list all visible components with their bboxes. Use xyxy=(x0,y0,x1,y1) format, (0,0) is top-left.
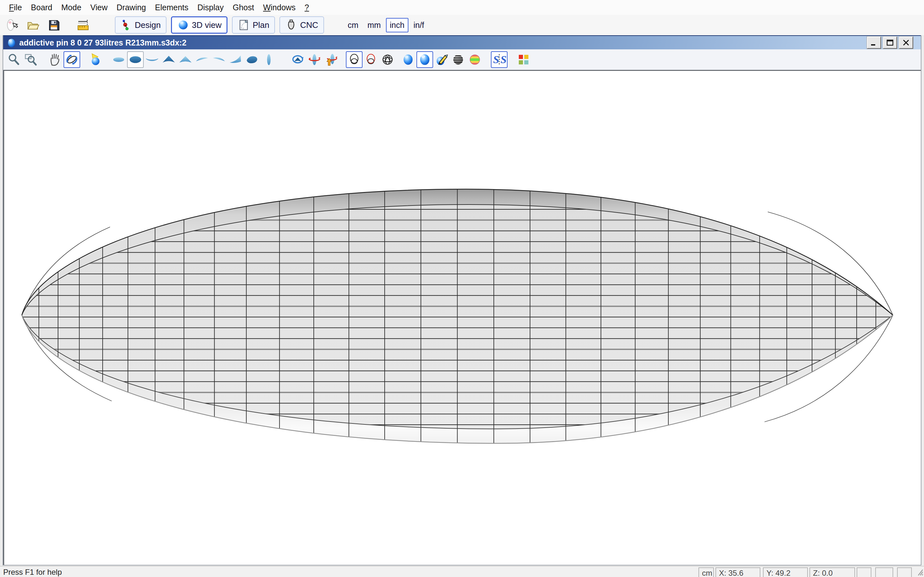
close-icon xyxy=(902,39,910,46)
rotate-3d-icon[interactable] xyxy=(63,51,80,68)
unit-mm[interactable]: mm xyxy=(363,18,384,32)
zoom-icon[interactable] xyxy=(6,51,23,68)
outline-ellipse-icon[interactable] xyxy=(127,51,144,68)
minimize-button[interactable] xyxy=(867,37,881,49)
rocker-thin-icon[interactable] xyxy=(144,51,160,68)
save-disk-icon xyxy=(47,18,61,32)
dimensions-ruler-icon xyxy=(76,18,90,32)
cnc-button-label: CNC xyxy=(300,20,318,30)
new-button[interactable] xyxy=(5,17,21,33)
thickness-icon[interactable] xyxy=(177,51,194,68)
svg-text:S: S xyxy=(501,53,506,65)
3d-view-button-label: 3D view xyxy=(192,20,221,30)
sphere-shaded-icon[interactable] xyxy=(417,51,433,68)
menu-item-drawing[interactable]: Drawing xyxy=(112,2,150,13)
rail-right-icon[interactable] xyxy=(210,51,227,68)
pan-hand-icon[interactable] xyxy=(47,51,63,68)
status-y: Y: 49.2 xyxy=(763,567,808,577)
unit-cm[interactable]: cm xyxy=(344,18,362,32)
viewport-3d[interactable] xyxy=(3,70,921,565)
blue-sphere-icon xyxy=(177,19,189,31)
spin-horizontal-icon[interactable] xyxy=(306,51,323,68)
wireframe-globe-icon[interactable] xyxy=(379,51,396,68)
maximize-button[interactable] xyxy=(883,37,897,49)
rocker-profile-icon[interactable] xyxy=(227,51,244,68)
unit-inch[interactable]: inch xyxy=(386,18,409,32)
menu-item-display[interactable]: Display xyxy=(193,2,228,13)
flip-rotate-icon[interactable] xyxy=(289,51,306,68)
menu-item-ghost[interactable]: Ghost xyxy=(228,2,258,13)
menu-bar: FileBoardModeViewDrawingElementsDisplayG… xyxy=(0,0,924,15)
wireframe-black-icon[interactable] xyxy=(346,51,363,68)
menu-item-board[interactable]: Board xyxy=(26,2,57,13)
document-titlebar: addictive pin 8 0 27 93litres R213mm.s3d… xyxy=(3,35,921,49)
design-button[interactable]: Design xyxy=(115,16,166,34)
sphere-bands-icon[interactable] xyxy=(450,51,467,68)
symmetry-icon[interactable]: S S xyxy=(491,51,507,68)
3d-view-button[interactable]: 3D view xyxy=(171,16,228,34)
dimensions-button[interactable] xyxy=(75,17,92,33)
open-folder-icon xyxy=(26,18,40,32)
status-extra-1 xyxy=(857,567,871,577)
status-extra-3 xyxy=(897,567,912,577)
document-window: addictive pin 8 0 27 93litres R213mm.s3d… xyxy=(3,35,921,566)
zoom-window-icon[interactable] xyxy=(23,51,39,68)
plan-shape-icon[interactable] xyxy=(244,51,260,68)
open-button[interactable] xyxy=(24,17,41,33)
sphere-texture-icon[interactable] xyxy=(433,51,450,68)
thickness-dark-icon[interactable] xyxy=(160,51,177,68)
document-title: addictive pin 8 0 27 93litres R213mm.s3d… xyxy=(19,38,865,47)
status-bar: Press F1 for help cmX: 35.6Y: 49.2Z: 0.0 xyxy=(0,566,924,577)
maximize-icon xyxy=(886,39,894,46)
sphere-curvature-icon[interactable] xyxy=(467,51,483,68)
main-toolbar: Design 3D view Plan CNC cmmminchin/f xyxy=(0,15,924,35)
menu-item-windows[interactable]: Windows xyxy=(258,2,300,13)
profile-vertical-icon[interactable] xyxy=(260,51,277,68)
menu-item-q[interactable]: ? xyxy=(300,2,313,13)
outline-top-icon[interactable] xyxy=(110,51,127,68)
view-toolbar: S S xyxy=(3,49,921,70)
menu-item-elements[interactable]: Elements xyxy=(150,2,193,13)
status-help-text: Press F1 for help xyxy=(3,568,62,577)
menu-item-view[interactable]: View xyxy=(86,2,112,13)
status-unit: cm xyxy=(698,567,714,577)
svg-text:S: S xyxy=(493,53,499,65)
plan-document-icon xyxy=(238,19,250,31)
rail-left-icon[interactable] xyxy=(194,51,210,68)
status-z: Z: 0.0 xyxy=(809,567,855,577)
close-button[interactable] xyxy=(899,37,913,49)
menu-item-mode[interactable]: Mode xyxy=(57,2,86,13)
save-button[interactable] xyxy=(45,17,62,33)
plan-button-label: Plan xyxy=(252,20,269,30)
cnc-bit-icon xyxy=(285,19,297,31)
design-button-label: Design xyxy=(135,20,161,30)
sphere-render-icon[interactable] xyxy=(400,51,417,68)
unit-in-f[interactable]: in/f xyxy=(410,18,428,32)
new-board-icon xyxy=(6,18,20,32)
minimize-icon xyxy=(870,39,878,46)
plan-button[interactable]: Plan xyxy=(232,16,275,34)
spin-vertical-icon[interactable] xyxy=(323,51,339,68)
status-extra-2 xyxy=(875,567,893,577)
document-icon xyxy=(6,37,17,48)
wireframe-red-icon[interactable] xyxy=(363,51,379,68)
status-x: X: 35.6 xyxy=(716,567,760,577)
resize-grip-icon[interactable] xyxy=(916,568,923,576)
spotlight-icon[interactable] xyxy=(87,51,103,68)
color-squares-icon[interactable] xyxy=(515,51,532,68)
design-nodes-icon xyxy=(121,19,132,31)
surfboard-3d-model xyxy=(4,71,920,564)
menu-item-file[interactable]: File xyxy=(5,2,26,13)
cnc-button[interactable]: CNC xyxy=(279,16,324,34)
